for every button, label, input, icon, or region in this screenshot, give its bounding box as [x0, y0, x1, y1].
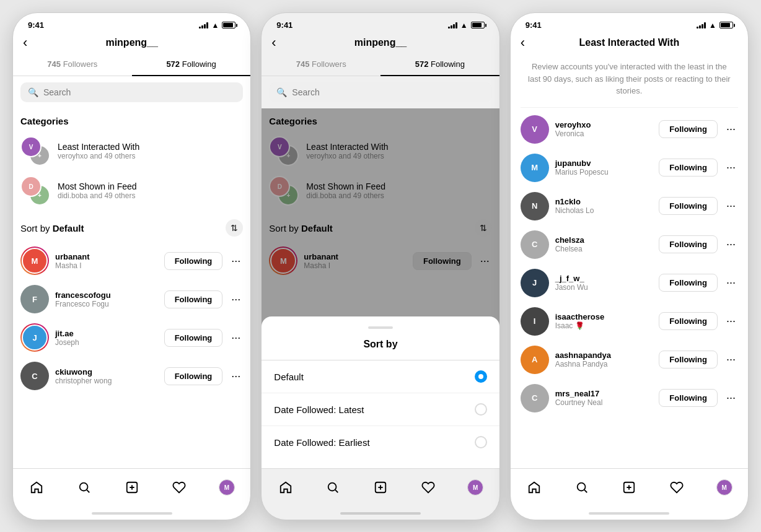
more-btn-p3-4[interactable]: ··· [724, 235, 738, 253]
more-btn-p3-1[interactable]: ··· [724, 120, 738, 138]
following-btn-p3-2[interactable]: Following [659, 159, 718, 177]
following-btn-p3-7[interactable]: Following [659, 351, 718, 368]
user-item-4: C ckiuwong christopher wong Following ··… [20, 357, 243, 395]
following-btn-2[interactable]: Following [164, 290, 223, 308]
more-btn-p3-6[interactable]: ··· [724, 312, 738, 330]
tab-followers-2[interactable]: 745 Followers [262, 53, 381, 76]
status-bar-3: 9:41 ▲ [511, 13, 748, 32]
category-avatars-1: V + [20, 136, 50, 166]
user-info-p3-8: mrs_neal17 Courtney Neal [555, 389, 653, 407]
phone-1: 9:41 ▲ ‹ minpeng__ 745 Followers 572 Fol… [12, 12, 251, 520]
following-btn-3[interactable]: Following [164, 329, 223, 347]
user-item-p3-5: J _j_f_w_ Jason Wu Following ··· [521, 264, 738, 302]
tab-following-2[interactable]: 572 Following [381, 53, 499, 76]
sort-option-latest-2[interactable]: Date Followed: Latest [262, 393, 499, 426]
user-item-3: J jit.ae Joseph Following ··· [20, 318, 243, 357]
nav-heart-2[interactable] [416, 475, 441, 500]
nav-profile-avatar-2: M [467, 479, 483, 495]
phone-3: 9:41 ▲ ‹ Least Interacted With Review ac… [510, 12, 749, 520]
nav-profile-3[interactable]: M [712, 475, 737, 500]
tabs-1: 745 Followers 572 Following [13, 53, 250, 76]
user-info-p3-4: chelsza Chelsea [555, 235, 653, 253]
nav-add-2[interactable] [368, 475, 393, 500]
radio-latest-2 [475, 403, 487, 416]
more-btn-p3-8[interactable]: ··· [724, 389, 738, 407]
following-btn-p3-1[interactable]: Following [659, 120, 718, 138]
user-item-p3-3: N n1cklo Nicholas Lo Following ··· [521, 187, 738, 225]
nav-profile-2[interactable]: M [463, 475, 488, 500]
nav-home-3[interactable] [522, 475, 547, 500]
status-bar-2: 9:41 ▲ [262, 13, 499, 32]
following-btn-p3-6[interactable]: Following [659, 312, 718, 330]
wifi-icon-3: ▲ [709, 22, 716, 29]
category-most-shown-1[interactable]: D + Most Shown in Feed didi.boba and 49 … [20, 171, 243, 211]
content-3: Review accounts you've interacted with t… [511, 53, 748, 468]
tab-following-1[interactable]: 572 Following [132, 53, 251, 76]
following-btn-p3-4[interactable]: Following [659, 235, 718, 253]
back-button-1[interactable]: ‹ [23, 35, 27, 51]
nav-search-1[interactable] [72, 475, 97, 500]
search-input-1[interactable] [43, 87, 235, 97]
categories-title-1: Categories [20, 108, 243, 131]
category-avatars-2: D + [20, 176, 50, 206]
sort-option-earliest-2[interactable]: Date Followed: Earliest [262, 426, 499, 458]
phone-2: 9:41 ▲ ‹ minpeng__ 745 Followers 572 Fol… [261, 12, 499, 520]
sort-option-default-2[interactable]: Default [262, 360, 499, 393]
nav-add-3[interactable] [617, 475, 641, 500]
user-info-p3-7: aashnapandya Aashna Pandya [555, 351, 653, 368]
more-btn-1[interactable]: ··· [229, 252, 243, 270]
more-btn-p3-7[interactable]: ··· [724, 351, 738, 368]
nav-search-2[interactable] [320, 475, 345, 500]
user-avatar-3: J [22, 325, 48, 351]
status-time-1: 9:41 [28, 20, 44, 30]
user-info-p3-5: _j_f_w_ Jason Wu [555, 274, 653, 292]
following-btn-p3-5[interactable]: Following [659, 274, 718, 292]
svg-line-11 [584, 490, 587, 492]
more-btn-p3-2[interactable]: ··· [724, 159, 738, 177]
user-item-p3-1: V veroyhxo Veronica Following ··· [521, 110, 738, 149]
nav-add-1[interactable] [120, 475, 144, 500]
wifi-icon-2: ▲ [460, 22, 468, 29]
search-input-2[interactable] [292, 87, 484, 97]
sort-label-1: Sort by Default [20, 223, 84, 233]
user-info-p3-6: isaactherose Isaac 🌹 [555, 312, 653, 330]
bottom-nav-1: M [13, 468, 250, 512]
user-info-4: ckiuwong christopher wong [55, 367, 158, 385]
nav-home-2[interactable] [273, 475, 298, 500]
more-btn-p3-3[interactable]: ··· [724, 197, 738, 215]
more-btn-2[interactable]: ··· [229, 290, 243, 308]
nav-heart-3[interactable] [664, 475, 689, 500]
nav-search-3[interactable] [570, 475, 594, 500]
sort-icon-btn-1[interactable]: ⇅ [226, 219, 243, 237]
back-button-2[interactable]: ‹ [271, 35, 276, 51]
back-button-3[interactable]: ‹ [521, 35, 525, 51]
battery-icon-3 [719, 22, 733, 28]
bottom-nav-2: M [262, 468, 499, 512]
following-btn-p3-3[interactable]: Following [659, 197, 718, 215]
nav-profile-avatar-3: M [716, 479, 732, 495]
user-avatar-p3-2: M [521, 154, 549, 182]
header-3: ‹ Least Interacted With [511, 32, 748, 53]
status-bar-1: 9:41 ▲ [13, 13, 250, 32]
nav-profile-avatar-1: M [219, 479, 235, 495]
user-avatar-2: F [20, 285, 49, 313]
signal-icon-3 [697, 22, 706, 28]
more-btn-p3-5[interactable]: ··· [724, 274, 738, 292]
user-avatar-p3-6: I [521, 307, 549, 336]
status-icons-1: ▲ [199, 22, 235, 29]
tab-followers-1[interactable]: 745 Followers [13, 53, 132, 76]
content-wrapper-2: Categories V + Least Interacted With ver… [262, 108, 499, 468]
user-avatar-1: M [22, 248, 48, 274]
more-btn-3[interactable]: ··· [229, 329, 243, 347]
category-least-interacted-1[interactable]: V + Least Interacted With veroyhxo and 4… [20, 131, 243, 171]
nav-profile-1[interactable]: M [214, 475, 239, 500]
following-btn-1[interactable]: Following [164, 252, 223, 270]
nav-home-1[interactable] [24, 475, 49, 500]
following-btn-p3-8[interactable]: Following [659, 389, 718, 407]
more-btn-4[interactable]: ··· [229, 367, 243, 385]
battery-icon-1 [222, 22, 235, 28]
following-btn-4[interactable]: Following [164, 367, 223, 385]
nav-heart-1[interactable] [167, 475, 191, 500]
status-icons-3: ▲ [697, 22, 733, 29]
svg-point-0 [80, 483, 88, 491]
